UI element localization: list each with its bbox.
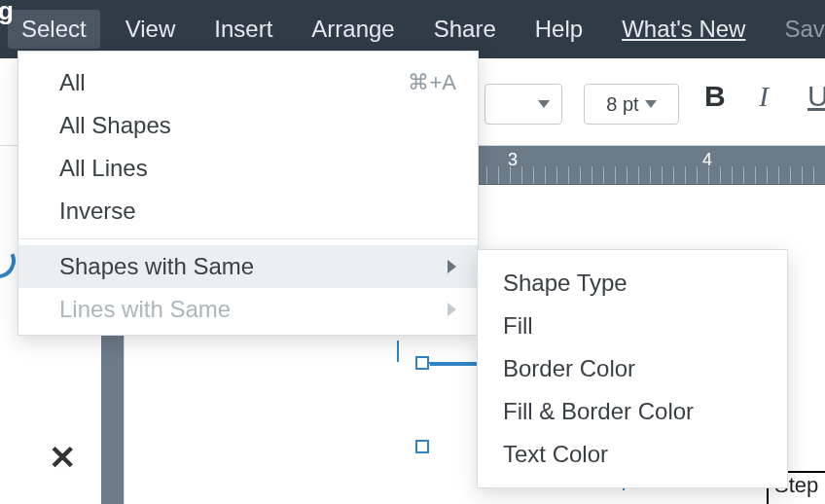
- menu-arrange[interactable]: Arrange: [298, 10, 408, 49]
- ruler-label: 3: [508, 150, 518, 170]
- close-icon[interactable]: ✕: [49, 438, 76, 477]
- submenu-item-text-color[interactable]: Text Color: [478, 433, 787, 476]
- font-size-dropdown[interactable]: 8 pt: [584, 84, 679, 125]
- resize-handle[interactable]: [415, 440, 429, 453]
- connector-arrow[interactable]: [397, 341, 399, 362]
- app-logo-fragment: g: [0, 0, 14, 26]
- select-menu: All ⌘+A All Shapes All Lines Inverse Sha…: [18, 51, 479, 336]
- menu-share[interactable]: Share: [420, 10, 510, 49]
- menu-item-lines-with-same: Lines with Same: [18, 288, 478, 331]
- menu-save[interactable]: Save: [771, 10, 825, 49]
- submenu-item-fill[interactable]: Fill: [478, 305, 787, 347]
- font-size-value: 8 pt: [606, 93, 638, 116]
- submenu-item-border-color[interactable]: Border Color: [478, 347, 787, 390]
- font-family-dropdown[interactable]: [484, 84, 562, 125]
- menu-whats-new[interactable]: What's New: [608, 10, 759, 49]
- chevron-down-icon: [645, 100, 657, 108]
- menu-item-all-lines[interactable]: All Lines: [18, 147, 478, 190]
- keyboard-shortcut: ⌘+A: [408, 70, 456, 95]
- menu-item-inverse[interactable]: Inverse: [18, 190, 478, 233]
- chevron-down-icon: [538, 100, 550, 108]
- menu-item-shapes-with-same[interactable]: Shapes with Same: [18, 245, 478, 288]
- menu-help[interactable]: Help: [521, 10, 596, 49]
- menu-item-all-shapes[interactable]: All Shapes: [18, 104, 478, 147]
- submenu-item-fill-border-color[interactable]: Fill & Border Color: [478, 390, 787, 433]
- submenu-item-shape-type[interactable]: Shape Type: [478, 262, 787, 305]
- menu-separator: [18, 238, 478, 239]
- menubar: Select View Insert Arrange Share Help Wh…: [0, 0, 825, 58]
- bold-button[interactable]: B: [704, 80, 726, 113]
- menu-insert[interactable]: Insert: [200, 10, 286, 49]
- chevron-right-icon: [448, 260, 456, 273]
- menu-item-all[interactable]: All ⌘+A: [18, 61, 478, 104]
- resize-handle[interactable]: [415, 356, 429, 370]
- chevron-right-icon: [448, 303, 456, 316]
- underline-button[interactable]: U: [807, 80, 825, 113]
- italic-button[interactable]: I: [759, 80, 769, 113]
- shapes-with-same-submenu: Shape Type Fill Border Color Fill & Bord…: [477, 249, 788, 488]
- ruler-label: 4: [702, 150, 712, 170]
- menu-view[interactable]: View: [112, 10, 190, 49]
- menu-select[interactable]: Select: [8, 10, 100, 49]
